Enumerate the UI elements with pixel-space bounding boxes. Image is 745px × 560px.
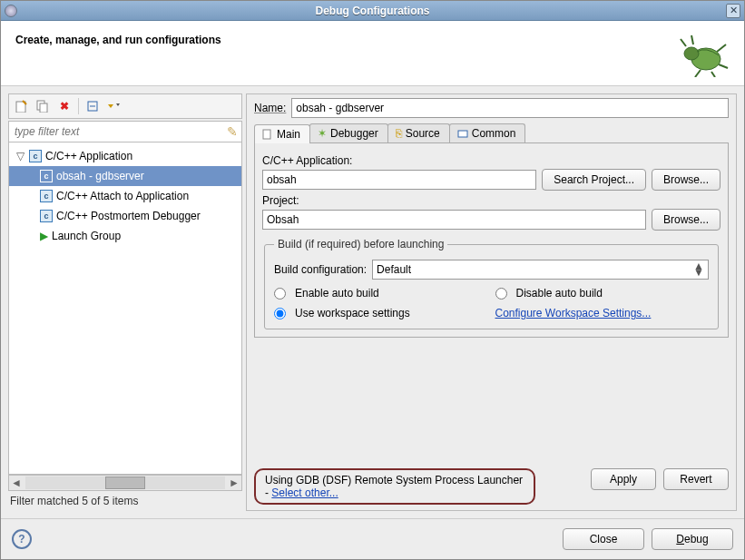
- tab-label: Source: [406, 127, 440, 140]
- common-icon: [457, 128, 468, 139]
- collapse-all-icon[interactable]: [84, 98, 101, 114]
- titlebar[interactable]: Debug Configurations ✕: [1, 1, 744, 21]
- browse-app-button[interactable]: Browse...: [652, 169, 720, 191]
- tree-item-attach[interactable]: c C/C++ Attach to Application: [9, 186, 241, 206]
- c-app-icon: c: [40, 170, 53, 182]
- c-app-icon: c: [29, 150, 42, 162]
- bug-small-icon: ✶: [318, 127, 327, 140]
- c-app-icon: c: [40, 210, 53, 222]
- svg-line-4: [695, 70, 701, 77]
- browse-project-button[interactable]: Browse...: [652, 209, 720, 231]
- svg-rect-14: [458, 131, 467, 137]
- window-title: Debug Configurations: [316, 5, 430, 17]
- tab-label: Main: [277, 128, 300, 141]
- svg-line-2: [681, 39, 686, 46]
- tree-item-obsah[interactable]: c obsah - gdbserver: [9, 166, 241, 186]
- svg-line-7: [717, 44, 726, 52]
- spacer: [254, 338, 729, 461]
- use-workspace-label: Use workspace settings: [295, 307, 410, 319]
- tree-root-cpp-app[interactable]: ▽ c C/C++ Application: [9, 146, 241, 166]
- left-toolbar: ✖: [8, 93, 242, 119]
- tab-main-body: C/C++ Application: Search Project... Bro…: [254, 143, 729, 338]
- tree-label: C/C++ Postmortem Debugger: [56, 210, 201, 222]
- horizontal-scrollbar[interactable]: ◄ ►: [8, 475, 242, 491]
- tree-label: C/C++ Application: [45, 150, 132, 162]
- enable-auto-build-radio[interactable]: [274, 288, 286, 300]
- tree-item-launch-group[interactable]: ▶ Launch Group: [9, 226, 241, 246]
- project-label: Project:: [262, 194, 720, 207]
- configure-workspace-link[interactable]: Configure Workspace Settings...: [495, 307, 652, 319]
- select-arrows-icon: ▲▼: [693, 263, 704, 276]
- tree-label: Launch Group: [52, 230, 121, 242]
- svg-point-1: [684, 47, 699, 60]
- project-input[interactable]: [262, 210, 646, 230]
- config-tree[interactable]: ▽ c C/C++ Application c obsah - gdbserve…: [8, 142, 242, 475]
- use-workspace-radio[interactable]: [274, 308, 286, 319]
- filter-input[interactable]: [13, 124, 227, 139]
- bug-icon: [675, 34, 730, 77]
- tab-label: Debugger: [330, 127, 378, 140]
- filter-menu-icon[interactable]: [106, 98, 123, 114]
- debug-label-rest: ebug: [684, 533, 709, 545]
- delete-config-icon[interactable]: ✖: [56, 98, 73, 114]
- svg-rect-10: [40, 103, 47, 113]
- svg-line-3: [691, 35, 693, 44]
- header: Create, manage, and run configurations: [1, 21, 744, 86]
- tab-label: Common: [472, 127, 516, 140]
- close-button[interactable]: Close: [563, 528, 644, 550]
- header-title: Create, manage, and run configurations: [15, 34, 675, 46]
- svg-line-6: [719, 64, 728, 68]
- svg-line-5: [711, 72, 715, 77]
- tab-common[interactable]: Common: [449, 123, 526, 142]
- page-icon: [262, 129, 273, 140]
- launcher-info: Using GDB (DSF) Remote System Process La…: [254, 468, 535, 505]
- name-input[interactable]: [291, 98, 729, 118]
- apply-button[interactable]: Apply: [591, 468, 656, 490]
- footer: ? Close Debug: [1, 518, 744, 559]
- app-input[interactable]: [262, 170, 536, 190]
- tab-bar: Main ✶ Debugger ⎘ Source Common: [254, 123, 729, 143]
- name-label: Name:: [254, 102, 286, 114]
- tree-label: obsah - gdbserver: [56, 170, 144, 182]
- new-config-icon[interactable]: [13, 98, 29, 114]
- right-bottom-row: Using GDB (DSF) Remote System Process La…: [254, 468, 729, 505]
- tab-main[interactable]: Main: [254, 124, 310, 143]
- body: ✖ ✎ ▽ c C/C++ Application c obsah - gdbs…: [1, 86, 744, 518]
- debug-button[interactable]: Debug: [652, 528, 733, 550]
- disable-auto-build-label: Disable auto build: [516, 287, 603, 300]
- scroll-right-icon[interactable]: ►: [227, 476, 241, 489]
- name-row: Name:: [254, 98, 729, 118]
- dialog-window: Debug Configurations ✕ Create, manage, a…: [0, 0, 745, 560]
- enable-auto-build-label: Enable auto build: [295, 287, 379, 300]
- tab-source[interactable]: ⎘ Source: [387, 123, 450, 142]
- filter-status: Filter matched 5 of 5 items: [8, 491, 242, 511]
- tree-label: C/C++ Attach to Application: [56, 190, 189, 202]
- select-other-link[interactable]: Select other...: [271, 486, 338, 499]
- scroll-left-icon[interactable]: ◄: [9, 476, 24, 489]
- build-group-legend: Build (if required) before launching: [274, 238, 447, 251]
- app-label: C/C++ Application:: [262, 154, 720, 167]
- left-pane: ✖ ✎ ▽ c C/C++ Application c obsah - gdbs…: [8, 93, 242, 511]
- build-config-label: Build configuration:: [274, 263, 367, 276]
- clear-filter-icon[interactable]: ✎: [227, 124, 238, 139]
- right-pane: Name: Main ✶ Debugger ⎘ Source: [246, 93, 737, 511]
- expander-icon[interactable]: ▽: [15, 150, 25, 162]
- help-icon[interactable]: ?: [12, 529, 32, 549]
- tab-debugger[interactable]: ✶ Debugger: [309, 123, 388, 142]
- revert-button[interactable]: Revert: [663, 468, 729, 490]
- build-config-value: Default: [377, 263, 411, 276]
- disable-auto-build-radio[interactable]: [495, 288, 507, 300]
- scroll-thumb[interactable]: [105, 476, 145, 489]
- scroll-track[interactable]: [25, 476, 225, 489]
- build-config-select[interactable]: Default ▲▼: [372, 260, 709, 280]
- app-icon: [5, 5, 17, 17]
- search-project-button[interactable]: Search Project...: [542, 169, 646, 191]
- svg-rect-13: [263, 130, 270, 139]
- duplicate-config-icon[interactable]: [34, 98, 51, 114]
- c-app-icon: c: [40, 190, 53, 202]
- close-icon[interactable]: ✕: [726, 4, 740, 18]
- toolbar-separator: [78, 98, 79, 114]
- tree-item-postmortem[interactable]: c C/C++ Postmortem Debugger: [9, 206, 241, 226]
- source-icon: ⎘: [396, 127, 402, 140]
- build-group: Build (if required) before launching Bui…: [264, 238, 719, 329]
